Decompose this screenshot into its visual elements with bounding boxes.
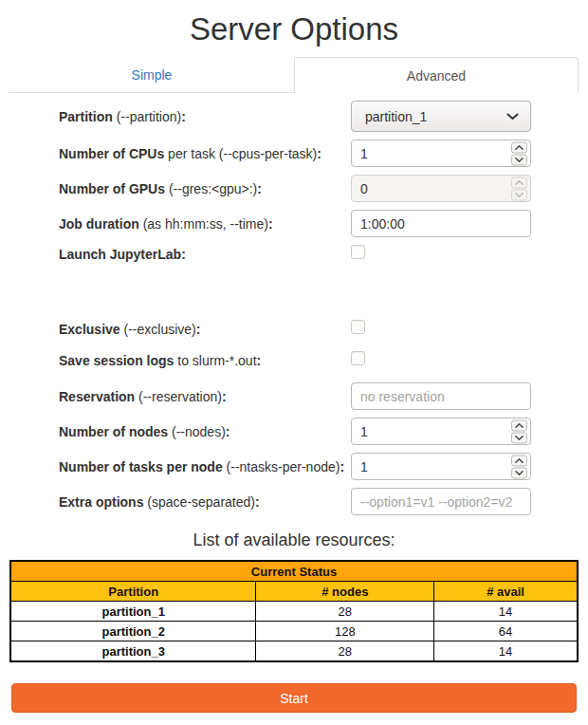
spinner-up-icon[interactable] <box>511 419 527 431</box>
save-logs-checkbox[interactable] <box>351 351 365 365</box>
extra-options-input[interactable] <box>351 488 531 515</box>
form-row-jupyterlab: Launch JupyterLab: <box>9 245 531 263</box>
form-row-tasks-per-node: Number of tasks per node (--ntasks-per-n… <box>9 453 531 480</box>
exclusive-checkbox[interactable] <box>351 320 365 334</box>
tasks-spinner <box>511 455 527 478</box>
spinner-down-icon[interactable] <box>511 467 527 478</box>
form-row-reservation: Reservation (--reservation): <box>9 382 531 410</box>
spinner-down-icon[interactable] <box>511 432 527 443</box>
partition-name-cell: partition_1 <box>10 602 256 622</box>
table-title-row: Current Status <box>10 561 578 582</box>
tab-bar: Simple Advanced <box>9 57 579 93</box>
tab-advanced[interactable]: Advanced <box>294 57 579 93</box>
gpus-spinner <box>511 177 527 200</box>
partition-name-cell: partition_2 <box>10 622 256 641</box>
spinner-up-icon <box>511 177 527 188</box>
nodes-spinner <box>511 419 527 443</box>
gpus-input <box>351 175 531 202</box>
reservation-label: Reservation (--reservation): <box>9 389 351 404</box>
form-row-partition: Partition (--partition): partition_1 <box>9 101 531 132</box>
form-row-nodes: Number of nodes (--nodes): <box>9 418 531 445</box>
col-avail: # avail <box>434 582 578 602</box>
nodes-input[interactable] <box>351 418 531 445</box>
form-row-extra-options: Extra options (space-separated): <box>9 488 531 515</box>
table-title: Current Status <box>10 561 578 582</box>
tasks-per-node-input[interactable] <box>351 453 531 480</box>
form-spacer <box>9 276 531 320</box>
spinner-down-icon[interactable] <box>511 154 527 165</box>
table-row: partition_2 128 64 <box>10 622 578 641</box>
cpus-input[interactable] <box>351 139 531 167</box>
cpus-spinner <box>511 141 527 165</box>
chevron-down-icon <box>506 113 519 121</box>
nodes-cell: 28 <box>256 602 434 622</box>
table-row: partition_3 28 14 <box>10 641 578 662</box>
resources-heading: List of available resources: <box>9 530 579 550</box>
gpus-label: Number of GPUs (--gres:<gpu>:): <box>9 181 351 196</box>
partition-select[interactable]: partition_1 <box>351 101 531 132</box>
spinner-up-icon[interactable] <box>511 455 527 466</box>
avail-cell: 14 <box>434 602 578 622</box>
avail-cell: 14 <box>434 641 578 662</box>
job-duration-input[interactable] <box>351 210 531 237</box>
reservation-input[interactable] <box>351 382 531 410</box>
extra-options-label: Extra options (space-separated): <box>9 494 351 510</box>
start-button[interactable]: Start <box>11 683 577 713</box>
form-row-gpus: Number of GPUs (--gres:<gpu>:): <box>9 175 531 202</box>
col-partition: Partition <box>10 582 256 602</box>
save-logs-label: Save session logs to slurm-*.out: <box>9 353 351 368</box>
partition-label: Partition (--partition): <box>9 109 351 124</box>
spinner-up-icon[interactable] <box>511 141 527 153</box>
job-duration-label: Job duration (as hh:mm:ss, --time): <box>9 216 351 232</box>
partition-select-value: partition_1 <box>365 109 427 124</box>
jupyterlab-checkbox[interactable] <box>351 245 365 259</box>
page-title: Server Options <box>9 11 579 47</box>
exclusive-label: Exclusive (--exclusive): <box>9 322 351 337</box>
col-nodes: # nodes <box>256 582 434 602</box>
nodes-cell: 28 <box>256 641 434 662</box>
options-form: Partition (--partition): partition_1 Num… <box>9 101 579 515</box>
table-header-row: Partition # nodes # avail <box>10 582 578 602</box>
server-options-page: Server Options Simple Advanced Partition… <box>0 11 588 713</box>
form-row-save-logs: Save session logs to slurm-*.out: <box>9 351 531 369</box>
form-row-job-duration: Job duration (as hh:mm:ss, --time): <box>9 210 531 237</box>
cpus-label: Number of CPUs per task (--cpus-per-task… <box>9 146 351 161</box>
table-row: partition_1 28 14 <box>10 602 578 622</box>
partition-name-cell: partition_3 <box>10 641 256 662</box>
spinner-down-icon <box>511 189 527 200</box>
avail-cell: 64 <box>434 622 578 641</box>
nodes-label: Number of nodes (--nodes): <box>9 424 351 439</box>
form-row-cpus: Number of CPUs per task (--cpus-per-task… <box>9 139 531 167</box>
resources-table: Current Status Partition # nodes # avail… <box>9 560 579 662</box>
tab-simple[interactable]: Simple <box>9 57 294 93</box>
jupyterlab-label: Launch JupyterLab: <box>9 247 351 262</box>
tasks-per-node-label: Number of tasks per node (--ntasks-per-n… <box>9 459 351 474</box>
nodes-cell: 128 <box>256 622 434 641</box>
form-row-exclusive: Exclusive (--exclusive): <box>9 320 531 338</box>
